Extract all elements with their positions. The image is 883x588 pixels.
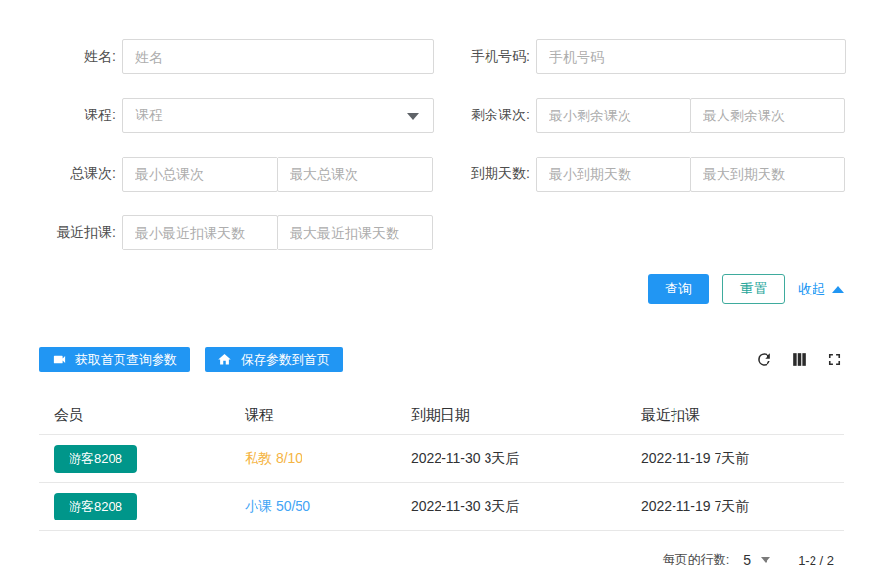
save-params-button[interactable]: 保存参数到首页 [205, 347, 343, 372]
remaining-max-input[interactable] [690, 98, 845, 133]
results-table: 会员 课程 到期日期 最近扣课 游客8208 私教 8/10 2022-11-3… [39, 395, 844, 531]
expiry-date-cell: 2022-11-30 3天后 [396, 450, 627, 468]
get-home-params-label: 获取首页查询参数 [75, 351, 177, 369]
phone-label: 手机号码: [450, 48, 536, 66]
form-row-2: 课程: 课程 剩余课次: [39, 98, 846, 133]
collapse-link[interactable]: 收起 [798, 281, 844, 298]
search-form: 姓名: 手机号码: 课程: 课程 剩余课次: [0, 39, 883, 250]
pagination: 每页的行数: 5 1-2 / 2 [0, 551, 834, 568]
collapse-label: 收起 [798, 281, 825, 298]
table-row: 游客8208 私教 8/10 2022-11-30 3天后 2022-11-19… [39, 434, 844, 482]
recent-deduction-min-input[interactable] [122, 215, 278, 250]
table-toolbar: 获取首页查询参数 保存参数到首页 [39, 347, 844, 372]
course-label: 课程: [39, 107, 122, 124]
course-select-placeholder: 课程 [135, 107, 163, 124]
course-select[interactable]: 课程 [122, 98, 434, 133]
column-header-recent-deduction: 最近扣课 [627, 406, 844, 425]
course-cell: 小课 50/50 [230, 498, 396, 516]
table-header-row: 会员 课程 到期日期 最近扣课 [39, 395, 844, 434]
column-header-expiry-date: 到期日期 [396, 406, 627, 425]
expiry-days-min-input[interactable] [536, 157, 691, 192]
recent-deduction-label: 最近扣课: [39, 224, 122, 242]
form-row-3: 总课次: 到期天数: [39, 157, 846, 192]
recent-deduction-max-input[interactable] [277, 215, 433, 250]
expiry-days-max-input[interactable] [690, 157, 845, 192]
phone-input[interactable] [536, 39, 846, 74]
get-home-params-button[interactable]: 获取首页查询参数 [39, 347, 190, 372]
reset-button[interactable]: 重置 [722, 274, 785, 304]
remaining-min-input[interactable] [536, 98, 691, 133]
total-max-input[interactable] [277, 157, 433, 192]
table-row: 游客8208 小课 50/50 2022-11-30 3天后 2022-11-1… [39, 482, 844, 530]
recent-deduction-cell: 2022-11-19 7天前 [627, 450, 844, 468]
form-actions-row: 查询 重置 收起 [0, 274, 883, 304]
column-header-course: 课程 [230, 406, 396, 425]
columns-icon[interactable] [790, 350, 809, 369]
rows-per-page-value[interactable]: 5 [743, 552, 751, 567]
rows-per-page-caret-down-icon[interactable] [761, 557, 770, 563]
fullscreen-icon[interactable] [825, 350, 844, 369]
expiry-date-cell: 2022-11-30 3天后 [396, 498, 627, 516]
form-row-4: 最近扣课: [39, 215, 846, 250]
form-row-1: 姓名: 手机号码: [39, 39, 846, 74]
total-min-input[interactable] [122, 157, 278, 192]
course-cell: 私教 8/10 [230, 450, 396, 468]
column-header-member: 会员 [39, 406, 230, 425]
page-range: 1-2 / 2 [798, 553, 834, 567]
home-icon [217, 352, 232, 367]
remaining-label: 剩余课次: [450, 107, 536, 124]
member-badge[interactable]: 游客8208 [54, 445, 137, 473]
total-label: 总课次: [39, 165, 122, 183]
recent-deduction-cell: 2022-11-19 7天前 [627, 498, 844, 516]
caret-up-icon [832, 286, 844, 293]
expiry-days-label: 到期天数: [450, 165, 536, 183]
name-label: 姓名: [39, 48, 122, 66]
caret-down-icon [407, 113, 419, 120]
query-button[interactable]: 查询 [648, 274, 709, 304]
video-camera-icon [52, 352, 67, 367]
name-input[interactable] [122, 39, 434, 74]
save-params-label: 保存参数到首页 [241, 351, 330, 369]
member-badge[interactable]: 游客8208 [54, 493, 137, 520]
member-course-query-page: 姓名: 手机号码: 课程: 课程 剩余课次: [0, 0, 883, 588]
rows-per-page-label: 每页的行数: [663, 551, 730, 568]
refresh-icon[interactable] [755, 350, 773, 369]
